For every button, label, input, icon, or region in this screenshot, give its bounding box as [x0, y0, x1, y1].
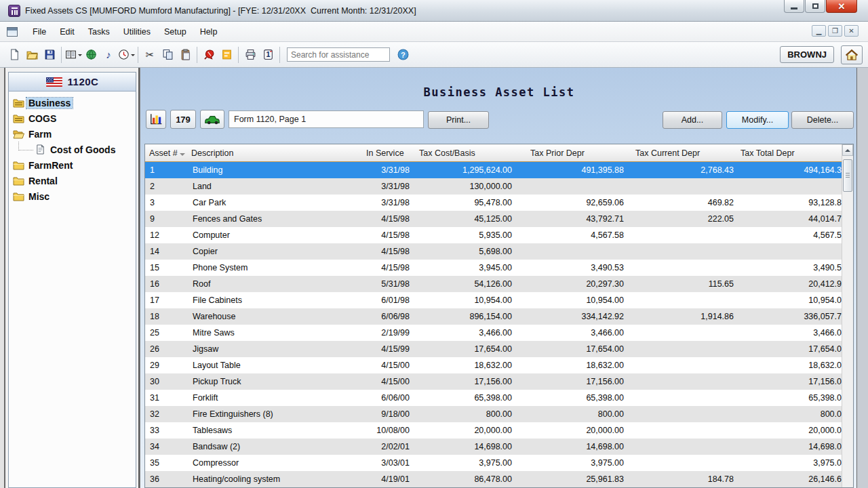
- restore-icon: [812, 3, 818, 9]
- column-header-tax-cost-basis[interactable]: Tax Cost/Basis: [412, 148, 514, 158]
- bell-button[interactable]: [200, 46, 218, 64]
- table-row[interactable]: 18Warehouse6/06/98896,154.00334,142.921,…: [145, 308, 842, 325]
- table-row[interactable]: 3Car Park3/31/9895,478.0092,659.06469.82…: [145, 195, 842, 211]
- print-button-toolbar[interactable]: [241, 46, 259, 64]
- table-row[interactable]: 26Jigsaw4/15/9917,654.0017,654.0017,654.…: [145, 341, 842, 357]
- music-note-button[interactable]: ♪: [100, 46, 117, 64]
- column-header-tax-total-depr[interactable]: Tax Total Depr: [736, 148, 842, 158]
- table-row[interactable]: 2Land3/31/98130,000.00: [145, 178, 842, 195]
- vehicle-button[interactable]: [200, 110, 224, 129]
- tax-current-depr-cell: 2,768.43: [626, 165, 736, 175]
- maximize-button[interactable]: [805, 0, 825, 13]
- scroll-thumb[interactable]: [843, 159, 852, 192]
- copy-button[interactable]: [159, 46, 176, 64]
- print-button[interactable]: Print...: [428, 111, 489, 129]
- form-context-field[interactable]: Form 1120, Page 1: [229, 110, 424, 128]
- table-row[interactable]: 32Fire Extinguishers (8)9/18/00800.00800…: [145, 406, 842, 422]
- note-card-button[interactable]: [218, 46, 235, 64]
- sidebar-item-rental[interactable]: Rental: [13, 173, 136, 188]
- tax-cost-basis-cell: 800.00: [412, 409, 514, 419]
- in-service-cell: 10/08/00: [362, 426, 412, 435]
- search-input[interactable]: [287, 47, 390, 62]
- column-header-in-service[interactable]: In Service: [362, 148, 412, 158]
- tax-cost-basis-cell: 10,954.00: [412, 296, 514, 305]
- section-179-button[interactable]: 179: [170, 110, 196, 129]
- help-button[interactable]: ?: [394, 46, 412, 64]
- in-service-cell: 3/31/98: [362, 182, 412, 191]
- table-row[interactable]: 1Building3/31/981,295,624.00491,395.882,…: [145, 162, 842, 178]
- column-header-tax-prior-depr[interactable]: Tax Prior Depr: [514, 148, 626, 158]
- open-button[interactable]: [23, 46, 41, 64]
- mdi-close-button[interactable]: ✕: [844, 25, 859, 37]
- toolbar-separator: [197, 47, 197, 63]
- description-cell: Computer: [187, 230, 362, 240]
- table-row[interactable]: 33Tablesaws10/08/0020,000.0020,000.0020,…: [145, 422, 842, 439]
- page-title: Business Asset List: [144, 85, 854, 99]
- clock-button[interactable]: [117, 46, 135, 64]
- sidebar-item-farmrent[interactable]: FarmRent: [13, 157, 136, 173]
- sidebar-item-cogs[interactable]: COGS: [13, 110, 136, 126]
- save-button[interactable]: [41, 46, 58, 64]
- minimize-button[interactable]: [784, 0, 804, 13]
- menu-file[interactable]: File: [26, 24, 53, 39]
- tax-cost-basis-cell: 5,935.00: [412, 230, 514, 240]
- home-icon: [845, 49, 859, 61]
- tax-prior-depr-cell: 17,156.00: [514, 377, 626, 386]
- delete-button[interactable]: Delete...: [791, 111, 854, 129]
- vertical-scrollbar[interactable]: [842, 144, 853, 487]
- table-row[interactable]: 16Roof5/31/9854,126.0020,297.30115.6520,…: [145, 276, 842, 292]
- mdi-restore-button[interactable]: ❐: [828, 25, 842, 37]
- menu-setup[interactable]: Setup: [157, 24, 193, 39]
- table-row[interactable]: 15Phone System4/15/983,945.003,490.533,4…: [145, 260, 842, 276]
- menu-utilities[interactable]: Utilities: [117, 24, 157, 39]
- chart-button[interactable]: [146, 110, 166, 129]
- user-button[interactable]: BROWNJ: [780, 46, 834, 63]
- tax-total-depr-cell: 3,975.0: [736, 458, 842, 468]
- tax-cost-basis-cell: 17,156.00: [412, 377, 514, 386]
- clock-icon: [118, 49, 130, 60]
- modify-button[interactable]: Modify...: [726, 111, 789, 129]
- table-row[interactable]: 12Computer4/15/985,935.004,567.584,567.5: [145, 227, 842, 243]
- mdi-minimize-button[interactable]: ▁: [812, 25, 826, 37]
- table-row[interactable]: 14Copier4/15/985,698.00: [145, 243, 842, 260]
- menu-tasks[interactable]: Tasks: [81, 24, 117, 39]
- table-row[interactable]: 25Mitre Saws2/19/993,466.003,466.003,466…: [145, 325, 842, 341]
- globe-button[interactable]: [82, 46, 100, 64]
- new-file-button[interactable]: [5, 46, 23, 64]
- scroll-up-button[interactable]: [842, 144, 853, 156]
- table-row[interactable]: 35Compressor3/03/013,975.003,975.003,975…: [145, 455, 842, 471]
- add-button[interactable]: Add...: [663, 111, 722, 129]
- close-button[interactable]: ✕: [826, 0, 857, 13]
- column-header-tax-current-depr[interactable]: Tax Current Depr: [626, 148, 736, 158]
- folder-notes-icon: [13, 98, 26, 108]
- table-row[interactable]: 9Fences and Gates4/15/9845,125.0043,792.…: [145, 211, 842, 227]
- sidebar-item-business[interactable]: Business: [13, 95, 136, 110]
- table-row[interactable]: 17File Cabinets6/01/9810,954.0010,954.00…: [145, 292, 842, 308]
- description-cell: Fire Extinguishers (8): [187, 409, 362, 419]
- content-area: 1120C BusinessCOGSFarmCost of GoodsFarmR…: [0, 68, 868, 488]
- tax-total-depr-cell: 4,567.5: [736, 230, 842, 240]
- menu-edit[interactable]: Edit: [53, 24, 81, 39]
- sidebar-item-cost-of-goods[interactable]: Cost of Goods: [13, 142, 136, 157]
- column-header-description[interactable]: Description: [187, 148, 362, 158]
- tax-total-depr-cell: 20,000.0: [736, 426, 842, 435]
- column-header-asset-[interactable]: Asset #: [145, 148, 187, 159]
- tax-prior-depr-cell: 18,632.00: [514, 361, 626, 370]
- sidebar-item-farm[interactable]: Farm: [13, 126, 136, 142]
- sidebar-item-misc[interactable]: Misc: [13, 188, 136, 204]
- printer-icon: [245, 49, 256, 60]
- notebook-button[interactable]: [64, 46, 82, 64]
- table-row[interactable]: 36Heating/cooling system4/19/0186,478.00…: [145, 471, 842, 487]
- in-service-cell: 2/19/99: [362, 328, 412, 338]
- table-row[interactable]: 29Layout Table4/15/0018,632.0018,632.001…: [145, 357, 842, 373]
- paste-button[interactable]: [176, 46, 194, 64]
- home-button[interactable]: [841, 45, 863, 64]
- table-row[interactable]: 31Forklift6/06/0065,398.0065,398.0065,39…: [145, 390, 842, 406]
- menu-help[interactable]: Help: [193, 24, 224, 39]
- cut-button[interactable]: ✂: [141, 46, 159, 64]
- calculator-button[interactable]: 1: [259, 46, 277, 64]
- table-row[interactable]: 34Bandsaw (2)2/02/0114,698.0014,698.0014…: [145, 439, 842, 455]
- table-row[interactable]: 30Pickup Truck4/15/0017,156.0017,156.001…: [145, 373, 842, 390]
- notebook-icon: [65, 49, 77, 60]
- asset-number-cell: 35: [145, 458, 187, 468]
